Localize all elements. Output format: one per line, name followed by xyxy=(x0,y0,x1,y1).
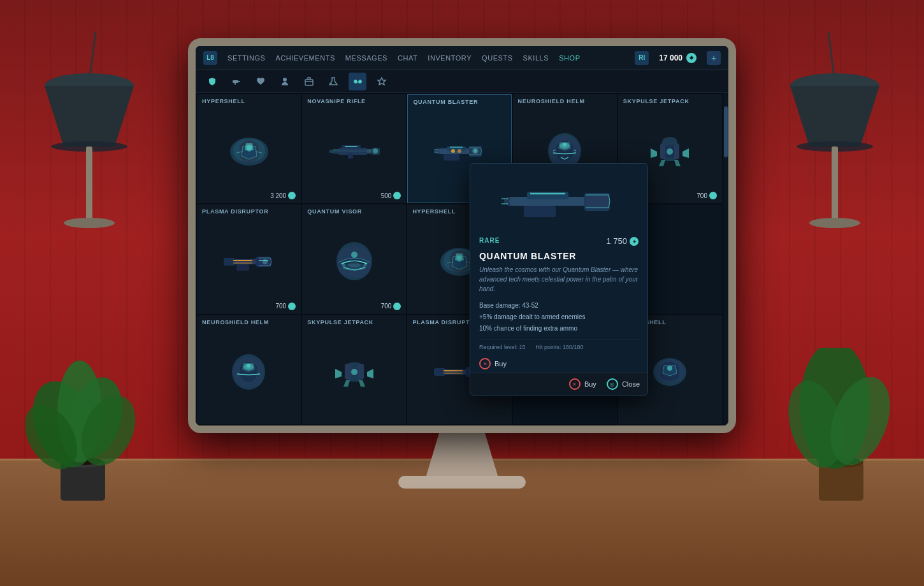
svg-point-63 xyxy=(263,259,268,264)
tooltip-stats: Base damage: 43-52 +5% damage dealt to a… xyxy=(479,300,639,334)
svg-rect-25 xyxy=(238,81,240,82)
item-price-2: 500 xyxy=(381,192,401,199)
svg-point-69 xyxy=(457,255,462,261)
tooltip-inline-buy[interactable]: ✕ Buy xyxy=(479,358,639,369)
nav-messages[interactable]: MESSAGES xyxy=(345,54,387,62)
top-nav: L8 SETTINGS ACHIEVEMENTS MESSAGES CHAT I… xyxy=(196,46,728,70)
right-lamp xyxy=(784,32,911,257)
svg-rect-24 xyxy=(233,80,238,83)
left-plant xyxy=(25,348,140,510)
toolbar-infinity[interactable] xyxy=(349,73,366,90)
hit-points: Hit points: 180/180 xyxy=(536,344,584,350)
svg-rect-26 xyxy=(235,83,236,85)
toolbar-box[interactable] xyxy=(300,73,318,90)
toolbar-heart[interactable] xyxy=(252,73,270,90)
item-price-1: 3 200 xyxy=(270,192,296,199)
tooltip-price-row: RARE 1 750 ◈ xyxy=(479,236,639,246)
scrollbar-thumb[interactable] xyxy=(724,106,728,157)
item-image-novasnipe xyxy=(317,122,392,181)
right-plant xyxy=(784,348,899,510)
svg-rect-85 xyxy=(434,368,445,376)
svg-point-47 xyxy=(451,149,455,153)
nav-logo: L8 xyxy=(203,51,217,65)
item-image-plasma-1 xyxy=(212,232,287,291)
close-shortcut-icon: ◎ xyxy=(607,378,618,390)
svg-rect-34 xyxy=(329,150,338,153)
svg-rect-18 xyxy=(819,462,863,501)
toolbar-badge[interactable] xyxy=(373,73,391,90)
item-image-skypulse-2 xyxy=(317,343,392,402)
item-tooltip: RARE 1 750 ◈ QUANTUM BLASTER Unleash the… xyxy=(470,163,648,396)
nav-achievements[interactable]: ACHIEVEMENTS xyxy=(275,54,335,62)
tooltip-meta: Required level: 15 Hit points: 180/180 xyxy=(479,344,639,350)
nav-shop[interactable]: SHOP xyxy=(559,54,580,62)
tooltip-divider xyxy=(479,339,639,340)
required-level: Required level: 15 xyxy=(479,344,526,350)
toolbar-person[interactable] xyxy=(276,73,294,90)
toolbar-shield[interactable] xyxy=(203,73,221,90)
buy-shortcut-icon: ✕ xyxy=(569,378,581,390)
add-currency-button[interactable]: + xyxy=(707,51,721,65)
svg-point-65 xyxy=(351,252,357,258)
item-image-hypershell-1 xyxy=(212,122,287,181)
monitor-base xyxy=(398,476,526,489)
svg-point-29 xyxy=(331,83,332,84)
item-price-5: 700 xyxy=(697,192,717,199)
svg-rect-81 xyxy=(345,364,351,380)
svg-point-89 xyxy=(667,366,672,371)
close-button[interactable]: ◎ Close xyxy=(607,378,640,390)
shop-item-hypershell-1[interactable]: HYPERSHELL 3 200 xyxy=(197,94,301,203)
scrollbar-track[interactable] xyxy=(723,93,728,425)
shop-item-novasnipe[interactable]: NOVASNIPE RIFLE xyxy=(302,94,406,203)
svg-point-44 xyxy=(473,149,477,153)
item-price-6: 700 xyxy=(276,303,296,310)
toolbar-flask[interactable] xyxy=(324,73,342,90)
toolbar-gun[interactable] xyxy=(227,73,245,90)
tooltip-image xyxy=(479,173,639,230)
svg-point-67 xyxy=(348,262,361,268)
svg-rect-45 xyxy=(444,154,459,161)
monitor: L8 SETTINGS ACHIEVEMENTS MESSAGES CHAT I… xyxy=(188,38,736,433)
svg-rect-39 xyxy=(348,154,353,159)
shop-item-neuroshield-helm-2[interactable]: NEUROSHIELD HELM xyxy=(197,315,301,424)
svg-point-32 xyxy=(247,145,252,150)
svg-point-83 xyxy=(351,369,357,375)
stat-ammo: 10% chance of finding extra ammo xyxy=(479,323,639,334)
svg-rect-82 xyxy=(357,364,364,380)
shop-item-quantum-visor[interactable]: QUANTUM VISOR xyxy=(302,204,406,313)
nav-inventory[interactable]: INVENTORY xyxy=(428,54,472,62)
tooltip-actions: ✕ Buy ◎ Close xyxy=(470,373,647,395)
svg-rect-62 xyxy=(236,264,249,271)
nav-chat[interactable]: CHAT xyxy=(398,54,417,62)
svg-rect-3 xyxy=(86,146,92,223)
svg-point-4 xyxy=(64,218,115,228)
item-price-7: 700 xyxy=(381,303,401,310)
nav-quests[interactable]: QUESTS xyxy=(482,54,513,62)
stat-bonus: +5% damage dealt to armed enemies xyxy=(479,311,639,323)
svg-point-48 xyxy=(458,149,461,153)
svg-point-58 xyxy=(667,148,673,155)
svg-rect-10 xyxy=(61,462,105,501)
svg-rect-8 xyxy=(832,146,838,223)
svg-point-51 xyxy=(563,143,567,146)
item-image-visor xyxy=(317,232,392,291)
currency-display: 17 000 ◈ xyxy=(659,53,697,63)
svg-marker-30 xyxy=(378,78,386,85)
game-screen: L8 SETTINGS ACHIEVEMENTS MESSAGES CHAT I… xyxy=(196,46,728,425)
buy-button[interactable]: ✕ Buy xyxy=(569,378,596,390)
tooltip-buy-icon: ✕ xyxy=(479,358,491,369)
tooltip-coin-icon: ◈ xyxy=(630,237,639,246)
svg-rect-28 xyxy=(305,80,313,85)
tooltip-title: QUANTUM BLASTER xyxy=(479,251,639,261)
currency-icon: ◈ xyxy=(686,53,697,63)
shop-item-plasma-disruptor-1[interactable]: PLASMA DISRUPTOR xyxy=(197,204,301,313)
nav-skills[interactable]: SKILLS xyxy=(523,54,549,62)
svg-rect-93 xyxy=(524,206,556,217)
svg-point-79 xyxy=(247,364,250,368)
nav-right-icon: RI xyxy=(635,51,649,65)
tooltip-price: 1 750 ◈ xyxy=(606,236,639,246)
svg-point-27 xyxy=(283,78,287,82)
shop-item-skypulse-2[interactable]: SKYPULSE JETPACK xyxy=(302,315,406,424)
toolbar xyxy=(196,70,728,93)
nav-settings[interactable]: SETTINGS xyxy=(227,54,265,62)
